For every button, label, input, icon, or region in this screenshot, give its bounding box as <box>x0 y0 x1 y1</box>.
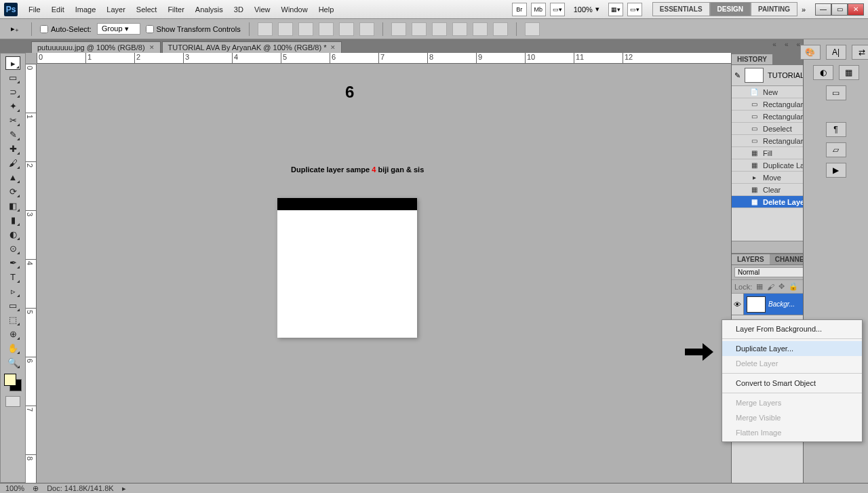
align-left-button[interactable] <box>319 22 334 36</box>
lock-position-icon[interactable]: ✥ <box>778 282 785 291</box>
status-zoom[interactable]: 100% <box>5 484 24 492</box>
distribute-3-button[interactable] <box>432 22 447 36</box>
lock-pixels-icon[interactable]: 🖌 <box>767 283 774 291</box>
healing-tool[interactable]: ✚ <box>5 142 20 155</box>
color-swatch[interactable] <box>4 374 22 391</box>
hand-tool[interactable]: ✋ <box>5 341 20 355</box>
arrange-docs-button[interactable]: ▦▾ <box>608 3 623 16</box>
status-expand-icon[interactable]: ▸ <box>122 484 126 493</box>
swatches-panel-icon[interactable]: ⇄ <box>852 45 869 60</box>
show-transform-checkbox[interactable]: Show Transform Controls <box>146 25 241 33</box>
distribute-6-button[interactable] <box>493 22 508 36</box>
actions-panel-icon[interactable]: ▶ <box>826 163 846 178</box>
context-menu-item[interactable]: Convert to Smart Object <box>722 376 862 391</box>
menu-image[interactable]: Image <box>70 5 102 14</box>
screen-mode-button[interactable]: ▭▾ <box>550 3 565 16</box>
masks-panel-icon[interactable]: ▭ <box>826 85 846 100</box>
transform-panel-icon[interactable]: ▱ <box>826 142 846 157</box>
more-workspaces-button[interactable]: » <box>797 5 810 14</box>
screen-mode-2-button[interactable]: ▭▾ <box>627 3 642 16</box>
close-tab-icon[interactable]: ✕ <box>149 44 155 51</box>
menu-view[interactable]: View <box>249 5 276 14</box>
canvas-area: 0123456789101112 012345678 6 Duplicate l… <box>26 53 731 483</box>
context-menu-item[interactable]: Duplicate Layer... <box>722 341 862 356</box>
zoom-level-select[interactable]: 100%▾ <box>570 5 604 14</box>
3d-tool[interactable]: ⬚ <box>5 313 20 326</box>
menu-window[interactable]: Window <box>276 5 313 14</box>
align-top-button[interactable] <box>258 22 273 36</box>
distribute-1-button[interactable] <box>391 22 406 36</box>
color-panel-icon[interactable]: 🎨 <box>800 45 821 60</box>
distribute-4-button[interactable] <box>452 22 467 36</box>
menu-analysis[interactable]: Analysis <box>190 5 229 14</box>
quick-mask-button[interactable] <box>5 396 20 407</box>
eraser-tool[interactable]: ◧ <box>5 199 20 212</box>
history-tab[interactable]: HISTORY <box>732 54 772 64</box>
menu-file[interactable]: File <box>23 5 46 14</box>
lock-all-icon[interactable]: 🔒 <box>789 282 798 291</box>
auto-select-target-select[interactable]: Group ▾ <box>97 23 140 35</box>
step-number-label: 6 <box>345 83 354 102</box>
align-bottom-button[interactable] <box>298 22 313 36</box>
menu-3d[interactable]: 3D <box>229 5 249 14</box>
dodge-tool[interactable]: ⊙ <box>5 241 20 255</box>
align-hcenter-button[interactable] <box>339 22 354 36</box>
align-right-button[interactable] <box>359 22 374 36</box>
expand-dock-icon[interactable]: « <box>785 41 789 48</box>
status-icon: ⊕ <box>33 484 39 493</box>
minimize-button[interactable]: — <box>815 3 831 16</box>
path-select-tool[interactable]: ▹ <box>5 284 20 298</box>
auto-align-button[interactable] <box>525 22 540 36</box>
menu-edit[interactable]: Edit <box>46 5 70 14</box>
launch-minibridge-button[interactable]: Mb <box>531 3 546 16</box>
close-button[interactable]: ✕ <box>848 3 864 16</box>
crop-tool[interactable]: ✂ <box>5 113 20 127</box>
expand-dock-icon[interactable]: « <box>772 41 776 48</box>
layer-name[interactable]: Backgr... <box>768 300 795 308</box>
layer-visibility-icon[interactable]: 👁 <box>732 294 744 315</box>
gradient-tool[interactable]: ▮ <box>5 213 20 226</box>
adjustments-panel-icon[interactable]: ◐ <box>813 65 833 80</box>
close-tab-icon[interactable]: ✕ <box>330 44 336 51</box>
zoom-tool[interactable]: 🔍 <box>5 355 20 369</box>
shape-tool[interactable]: ▭ <box>5 298 20 312</box>
menu-help[interactable]: Help <box>313 5 340 14</box>
history-brush-source-icon[interactable]: ✎ <box>734 71 741 80</box>
status-doc-size[interactable]: Doc: 141.8K/141.8K <box>47 484 113 492</box>
menu-layer[interactable]: Layer <box>101 5 131 14</box>
3d-camera-tool[interactable]: ⊕ <box>5 327 20 340</box>
quick-select-tool[interactable]: ✦ <box>5 99 20 113</box>
auto-select-checkbox[interactable]: Auto-Select: <box>40 25 92 33</box>
maximize-button[interactable]: ▭ <box>831 3 848 16</box>
history-state-icon: ▦ <box>749 161 759 170</box>
paragraph-panel-icon[interactable]: ¶ <box>826 122 846 137</box>
move-tool[interactable]: ▸ <box>5 56 20 70</box>
type-tool[interactable]: T <box>5 270 20 283</box>
eyedropper-tool[interactable]: ✎ <box>5 127 20 141</box>
character-panel-icon[interactable]: A| <box>826 45 846 60</box>
marquee-tool[interactable]: ▭ <box>5 71 20 84</box>
document-tab[interactable]: TUTORIAL AVA By AryanAK @ 100% (RGB/8) *… <box>162 41 342 53</box>
menu-select[interactable]: Select <box>131 5 163 14</box>
brush-tool[interactable]: 🖌 <box>5 156 20 170</box>
workspace-tab[interactable]: DESIGN <box>710 2 751 16</box>
launch-bridge-button[interactable]: Br <box>512 3 527 16</box>
workspace-tab[interactable]: PAINTING <box>751 2 797 16</box>
stamp-tool[interactable]: ▲ <box>5 170 20 184</box>
lasso-tool[interactable]: ⊃ <box>5 85 20 98</box>
blur-tool[interactable]: ◐ <box>5 227 20 241</box>
pen-tool[interactable]: ✒ <box>5 256 20 269</box>
history-brush-tool[interactable]: ⟳ <box>5 184 20 198</box>
distribute-2-button[interactable] <box>412 22 427 36</box>
styles-panel-icon[interactable]: ▦ <box>839 65 859 80</box>
menu-filter[interactable]: Filter <box>162 5 189 14</box>
layers-tab[interactable]: LAYERS <box>732 254 770 264</box>
lock-label: Lock: <box>734 283 752 291</box>
lock-transparency-icon[interactable]: ▦ <box>756 282 763 291</box>
context-menu-item: Merge Visible <box>722 410 862 425</box>
document-tab[interactable]: putuuuuuu.jpg @ 100% (RGB/8)✕ <box>31 41 161 53</box>
workspace-tab[interactable]: ESSENTIALS <box>652 2 710 16</box>
align-vcenter-button[interactable] <box>278 22 293 36</box>
distribute-5-button[interactable] <box>473 22 488 36</box>
context-menu-item[interactable]: Layer From Background... <box>722 321 862 336</box>
